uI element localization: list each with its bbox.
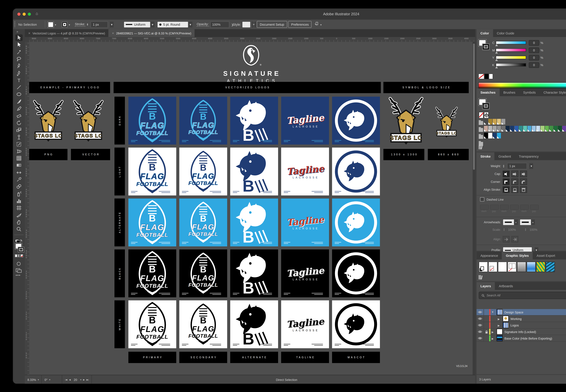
arrowhead-start-select[interactable]: ▾ <box>503 219 518 225</box>
tab-brushes[interactable]: Brushes <box>499 88 519 96</box>
layers-search-input[interactable]: Search All <box>479 292 566 299</box>
expand-chevron-icon[interactable]: ▶ <box>497 324 501 327</box>
logo-tile-alternate-secondary[interactable]: B FLAG FOOTBALL <box>179 198 227 246</box>
tool-blend[interactable] <box>15 183 23 190</box>
variable-width-profile-select[interactable]: Uniform <box>124 22 150 27</box>
first-artboard-icon[interactable]: |◀ <box>65 378 67 381</box>
tool-zoom[interactable] <box>15 226 23 233</box>
logo-tile-alternate-alternate[interactable]: B <box>230 198 278 246</box>
tool-pen[interactable] <box>15 63 23 69</box>
zoom-level-select[interactable]: 8.33%▾ <box>25 375 42 383</box>
color-swatch[interactable] <box>553 126 557 131</box>
logo-tile-alternate-mascot[interactable] <box>332 198 380 246</box>
isolate-selection-icon[interactable]: ▾ <box>313 20 322 29</box>
tool-eraser[interactable] <box>15 112 23 119</box>
layer-row-signature-info-locked-[interactable]: ▶Signature Info (Locked)○ <box>477 329 566 335</box>
none-black-white-swatches[interactable] <box>478 74 493 79</box>
color-swatch[interactable] <box>510 126 514 131</box>
graphic-style-blue-grad[interactable] <box>527 262 536 272</box>
lock-toggle[interactable] <box>484 309 489 315</box>
color-swatch[interactable] <box>532 126 536 131</box>
color-slider-Y[interactable]: Y0% <box>492 55 543 59</box>
color-gradient-none-buttons[interactable] <box>15 254 23 257</box>
color-swatch[interactable] <box>497 126 501 131</box>
lock-toggle[interactable] <box>484 329 489 335</box>
tab-swatches[interactable]: Swatches <box>477 88 499 96</box>
swatch-folder-icon[interactable] <box>479 121 483 125</box>
logo-tile-black-primary[interactable]: B FLAG FOOTBALL <box>128 250 176 297</box>
swatch-folder-icon[interactable] <box>479 135 483 139</box>
tool-puppet-warp[interactable] <box>15 134 23 140</box>
logo-tile-white-mascot[interactable] <box>332 300 380 348</box>
graphic-style-white[interactable] <box>498 262 507 272</box>
visibility-eye-icon[interactable] <box>477 335 484 341</box>
align-center-button[interactable] <box>503 186 510 193</box>
tool-hand[interactable] <box>15 219 23 225</box>
color-swatch[interactable] <box>484 126 488 131</box>
graphic-style-default[interactable] <box>479 262 488 272</box>
color-swatch[interactable] <box>497 133 501 139</box>
swatch-folder-icon[interactable] <box>479 128 483 132</box>
logo-tile-dark-secondary[interactable]: B FLAG FOOTBALL <box>179 97 227 144</box>
prev-artboard-icon[interactable]: ◀ <box>69 378 71 381</box>
tool-symbol-sprayer[interactable] <box>15 190 23 197</box>
logo-tile-dark-mascot[interactable] <box>332 97 380 144</box>
color-swatch[interactable] <box>549 126 553 131</box>
tool-shaper[interactable] <box>15 105 23 112</box>
tool-slice[interactable] <box>15 212 23 218</box>
layer-row-base-color-hide-before-exporting-[interactable]: ▶Base Color (Hide Before Exporting)○ <box>477 335 566 342</box>
vertical-scrollbar-thumb[interactable] <box>473 43 475 170</box>
tool-perspective-grid[interactable] <box>15 148 23 154</box>
color-swatch[interactable] <box>558 126 562 131</box>
graphic-style-none-fill[interactable] <box>488 262 497 272</box>
tool-selection[interactable] <box>15 34 23 41</box>
cap-round-button[interactable] <box>511 171 518 177</box>
color-swatch[interactable] <box>545 126 549 131</box>
tab-asset-export[interactable]: Asset Export <box>533 252 559 259</box>
tool-paintbrush[interactable] <box>15 98 23 105</box>
tab-symbols[interactable]: Symbols <box>519 88 540 96</box>
logo-tile-dark-primary[interactable]: B FLAG FOOTBALL <box>128 97 176 144</box>
color-slider-M[interactable]: M0% <box>492 48 543 52</box>
style-libraries-icon[interactable] <box>479 275 484 280</box>
corner-miter-button[interactable] <box>503 179 510 185</box>
lock-toggle[interactable] <box>484 322 489 328</box>
dashed-line-checkbox[interactable] <box>480 197 484 202</box>
tool-lasso[interactable] <box>15 56 23 62</box>
logo-tile-black-secondary[interactable]: B FLAG FOOTBALL <box>179 250 227 297</box>
close-tab-icon[interactable]: × <box>28 31 30 35</box>
color-swatch[interactable] <box>493 119 497 125</box>
logo-tile-white-secondary[interactable]: B FLAG FOOTBALL <box>179 300 227 348</box>
logo-tile-white-primary[interactable]: B FLAG FOOTBALL <box>128 300 176 348</box>
toolbar-collapse-icon[interactable]: » <box>16 30 18 33</box>
close-tab-icon[interactable]: × <box>112 31 114 35</box>
color-swatch[interactable] <box>514 126 518 131</box>
logo-tile-light-secondary[interactable]: B FLAG FOOTBALL <box>179 148 227 196</box>
align-outside-button[interactable] <box>520 186 527 193</box>
graphic-style-gray-grad[interactable] <box>517 262 526 272</box>
tab-graphic-styles[interactable]: Graphic Styles <box>502 252 533 259</box>
color-slider-K[interactable]: K0% <box>492 63 543 67</box>
color-slider-C[interactable]: C0% <box>492 41 543 45</box>
cap-butt-button[interactable] <box>503 171 510 177</box>
color-swatch[interactable] <box>527 126 531 131</box>
corner-bevel-button[interactable] <box>520 179 527 185</box>
tool-curvature[interactable] <box>15 70 23 76</box>
artboard-navigation[interactable]: |◀ ◀ 20 ▾ ▶ ▶| <box>62 375 92 383</box>
tab-gradient[interactable]: Gradient <box>495 153 515 160</box>
color-swatch[interactable] <box>488 119 492 125</box>
tool-scale[interactable] <box>15 126 23 133</box>
tool-column-graph[interactable] <box>15 197 23 204</box>
tool-artboard[interactable] <box>15 205 23 211</box>
color-swatch[interactable] <box>501 126 505 131</box>
logo-tile-light-alternate[interactable]: B <box>230 148 278 196</box>
opacity-label[interactable]: Opacity: <box>197 22 209 27</box>
color-swatch[interactable] <box>493 133 497 139</box>
logo-tile-alternate-primary[interactable]: B FLAG FOOTBALL <box>128 198 176 246</box>
color-swatch[interactable] <box>562 126 566 131</box>
logo-tile-white-tagline[interactable]: Tagline LACROSSE <box>281 300 329 348</box>
last-artboard-icon[interactable]: ▶| <box>86 378 89 381</box>
logo-tile-light-primary[interactable]: B FLAG FOOTBALL <box>128 148 176 196</box>
logo-tile-black-mascot[interactable] <box>332 250 380 297</box>
color-swatch[interactable] <box>484 119 488 125</box>
